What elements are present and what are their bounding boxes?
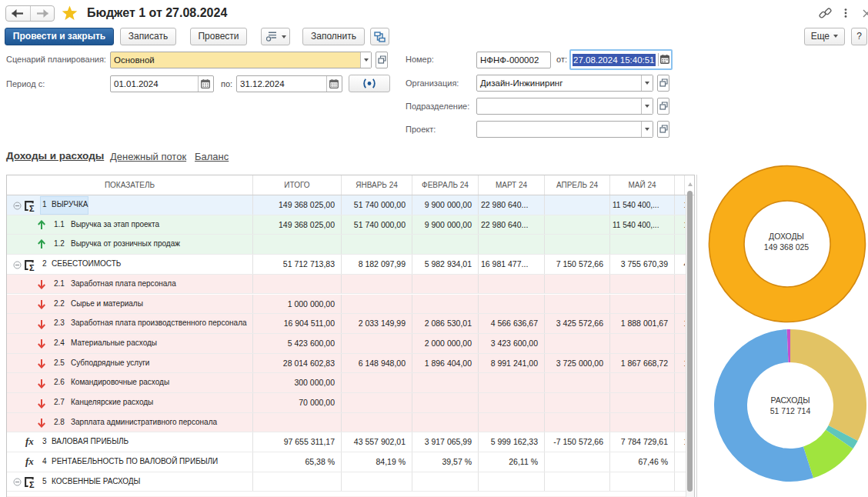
svg-text:Σ: Σ [29,480,35,489]
svg-text:Σ: Σ [29,203,35,212]
svg-text:Σ: Σ [29,262,35,272]
